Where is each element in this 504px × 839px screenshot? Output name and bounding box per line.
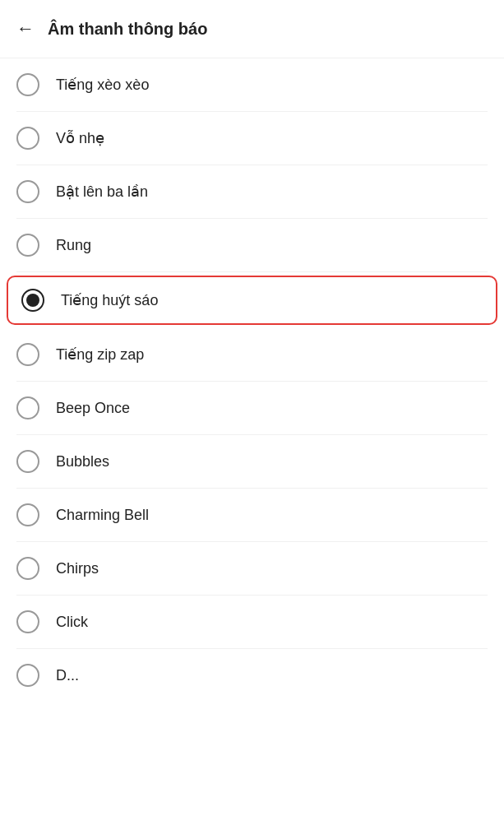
list-item-bubbles[interactable]: Bubbles <box>0 435 504 488</box>
label-bubbles: Bubbles <box>56 453 109 470</box>
sound-list: Tiếng xèo xèoVỗ nhẹBật lên ba lầnRungTiế… <box>0 58 504 702</box>
radio-unselected <box>16 234 39 257</box>
list-item-tieng-zip-zap[interactable]: Tiếng zip zap <box>0 328 504 381</box>
list-item-click[interactable]: Click <box>0 596 504 648</box>
label-click: Click <box>56 614 88 631</box>
radio-unselected <box>16 450 39 473</box>
radio-selected <box>21 289 44 312</box>
radio-unselected <box>16 343 39 366</box>
list-item-vo-nhe[interactable]: Vỗ nhẹ <box>0 112 504 165</box>
radio-unselected <box>16 396 39 420</box>
radio-unselected <box>16 503 39 526</box>
label-beep-once: Beep Once <box>56 400 130 417</box>
list-item-rung[interactable]: Rung <box>0 219 504 271</box>
back-icon: ← <box>16 18 35 39</box>
list-item-tieng-xeo-xeo[interactable]: Tiếng xèo xèo <box>0 58 504 111</box>
list-item-beep-once[interactable]: Beep Once <box>0 382 504 434</box>
label-tieng-xeo-xeo: Tiếng xèo xèo <box>56 76 149 94</box>
label-tieng-huyt-sao: Tiếng huýt sáo <box>61 291 158 309</box>
label-rung: Rung <box>56 237 91 254</box>
header: ← Âm thanh thông báo <box>0 0 504 58</box>
label-ding: D... <box>56 667 79 684</box>
radio-unselected <box>16 127 39 150</box>
list-item-ding[interactable]: D... <box>0 649 504 702</box>
label-tieng-zip-zap: Tiếng zip zap <box>56 345 144 364</box>
list-divider <box>16 271 488 272</box>
back-button[interactable]: ← <box>13 15 44 43</box>
radio-unselected <box>16 664 39 687</box>
radio-unselected <box>16 557 39 580</box>
list-item-tieng-huyt-sao[interactable]: Tiếng huýt sáo <box>7 276 497 325</box>
radio-unselected <box>16 73 39 96</box>
radio-inner-dot <box>26 294 39 307</box>
radio-unselected <box>16 180 39 203</box>
radio-unselected <box>16 610 39 633</box>
page-title: Âm thanh thông báo <box>48 20 207 39</box>
list-item-chirps[interactable]: Chirps <box>0 542 504 595</box>
list-item-bat-len-ba-lan[interactable]: Bật lên ba lần <box>0 165 504 218</box>
label-vo-nhe: Vỗ nhẹ <box>56 129 104 147</box>
label-charming-bell: Charming Bell <box>56 507 149 524</box>
label-chirps: Chirps <box>56 560 99 577</box>
label-bat-len-ba-lan: Bật lên ba lần <box>56 183 148 201</box>
list-item-charming-bell[interactable]: Charming Bell <box>0 489 504 541</box>
